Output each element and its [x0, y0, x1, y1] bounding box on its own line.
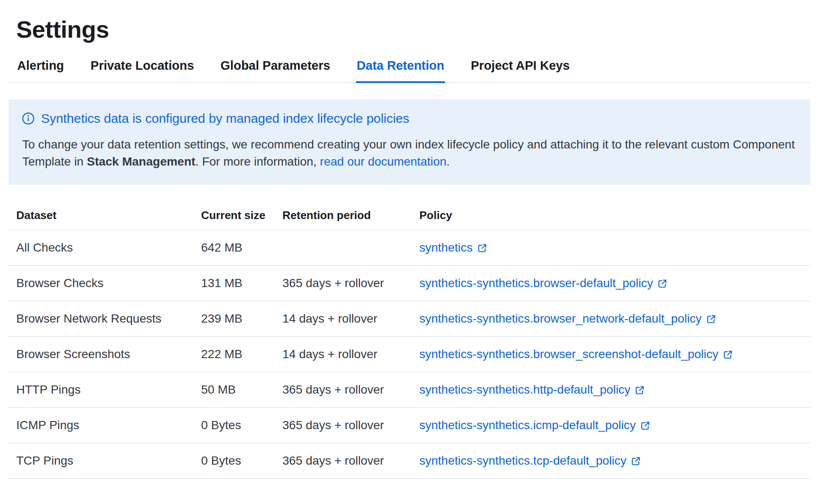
retention-cell [275, 230, 412, 265]
callout-title: Synthetics data is configured by managed… [41, 111, 409, 126]
policy-link[interactable]: synthetics-synthetics.browser-default_po… [419, 276, 667, 290]
column-header-dataset: Dataset [9, 204, 193, 230]
retention-cell: 365 days + rollover [275, 265, 412, 301]
table-row: Browser Network Requests 239 MB 14 days … [9, 301, 810, 336]
dataset-cell: HTTP Pings [9, 372, 193, 407]
retention-cell: 365 days + rollover [275, 372, 412, 407]
policy-cell: synthetics [412, 230, 810, 265]
dataset-cell: Browser Network Requests [9, 301, 193, 336]
column-header-retention-period: Retention period [275, 204, 412, 230]
info-icon [22, 113, 34, 125]
size-cell: 0 Bytes [193, 407, 275, 443]
tab-private-locations[interactable]: Private Locations [90, 54, 195, 83]
dataset-cell: TCP Pings [9, 443, 193, 478]
policy-link-label: synthetics-synthetics.browser_network-de… [419, 312, 702, 326]
size-cell: 239 MB [193, 301, 275, 336]
settings-page: Settings Alerting Private Locations Glob… [0, 0, 819, 496]
policy-cell: synthetics-synthetics.browser_network-de… [412, 301, 810, 336]
size-cell: 222 MB [193, 336, 275, 372]
callout-body: To change your data retention settings, … [22, 136, 797, 170]
callout-body-text-2: . For more information, [196, 155, 320, 168]
size-cell: 642 MB [193, 230, 275, 265]
external-link-icon [641, 421, 650, 430]
external-link-icon [635, 385, 644, 395]
external-link-icon [478, 243, 487, 253]
policy-link-label: synthetics-synthetics.tcp-default_policy [419, 454, 626, 468]
policy-cell: synthetics-synthetics.icmp-default_polic… [412, 407, 810, 443]
policy-link-label: synthetics [419, 241, 473, 255]
policy-cell: synthetics-synthetics.browser-default_po… [412, 265, 810, 301]
retention-cell: 365 days + rollover [275, 407, 412, 443]
policy-link[interactable]: synthetics-synthetics.browser_network-de… [419, 312, 716, 326]
table-row: ICMP Pings 0 Bytes 365 days + rollover s… [9, 407, 810, 443]
retention-cell: 14 days + rollover [275, 301, 412, 336]
external-link-icon [706, 314, 716, 324]
table-row: TCP Pings 0 Bytes 365 days + rollover sy… [9, 443, 810, 478]
external-link-icon [723, 350, 733, 359]
dataset-cell: Browser Checks [9, 265, 193, 301]
retention-table: Dataset Current size Retention period Po… [9, 204, 810, 479]
dataset-cell: ICMP Pings [9, 407, 193, 443]
retention-cell: 365 days + rollover [275, 443, 412, 478]
callout-body-text-3: . [446, 155, 450, 168]
size-cell: 50 MB [193, 372, 275, 407]
size-cell: 131 MB [193, 265, 275, 301]
column-header-policy: Policy [412, 204, 810, 230]
page-title: Settings [16, 15, 810, 43]
table-header-row: Dataset Current size Retention period Po… [9, 204, 810, 230]
policy-link[interactable]: synthetics-synthetics.icmp-default_polic… [419, 418, 650, 432]
column-header-current-size: Current size [193, 204, 275, 230]
policy-link-label: synthetics-synthetics.browser_screenshot… [419, 347, 718, 361]
policy-link[interactable]: synthetics-synthetics.browser_screenshot… [419, 347, 733, 361]
documentation-link[interactable]: read our documentation [320, 155, 447, 168]
info-callout: Synthetics data is configured by managed… [9, 99, 810, 185]
tab-data-retention[interactable]: Data Retention [356, 54, 445, 83]
policy-link-label: synthetics-synthetics.http-default_polic… [419, 383, 630, 397]
external-link-icon [631, 457, 641, 466]
table-row: All Checks 642 MB synthetics [9, 230, 810, 265]
policy-link[interactable]: synthetics-synthetics.http-default_polic… [419, 383, 644, 397]
policy-cell: synthetics-synthetics.http-default_polic… [412, 372, 810, 407]
policy-cell: synthetics-synthetics.tcp-default_policy [412, 443, 810, 478]
external-link-icon [658, 279, 667, 288]
policy-link[interactable]: synthetics-synthetics.tcp-default_policy [419, 454, 641, 468]
policy-link-label: synthetics-synthetics.icmp-default_polic… [419, 418, 636, 432]
policy-cell: synthetics-synthetics.browser_screenshot… [412, 336, 810, 372]
size-cell: 0 Bytes [193, 443, 275, 478]
tab-alerting[interactable]: Alerting [16, 54, 65, 83]
table-row: Browser Checks 131 MB 365 days + rollove… [9, 265, 810, 301]
table-row: HTTP Pings 50 MB 365 days + rollover syn… [9, 372, 810, 407]
dataset-cell: Browser Screenshots [9, 336, 193, 372]
callout-header: Synthetics data is configured by managed… [22, 111, 797, 126]
policy-link-label: synthetics-synthetics.browser-default_po… [419, 276, 653, 290]
tab-project-api-keys[interactable]: Project API Keys [470, 54, 570, 83]
dataset-cell: All Checks [9, 230, 193, 265]
tab-bar: Alerting Private Locations Global Parame… [9, 54, 810, 83]
table-row: Browser Screenshots 222 MB 14 days + rol… [9, 336, 810, 372]
tab-global-parameters[interactable]: Global Parameters [220, 54, 331, 83]
retention-cell: 14 days + rollover [275, 336, 412, 372]
stack-management-label: Stack Management [87, 155, 196, 168]
policy-link[interactable]: synthetics [419, 241, 487, 255]
